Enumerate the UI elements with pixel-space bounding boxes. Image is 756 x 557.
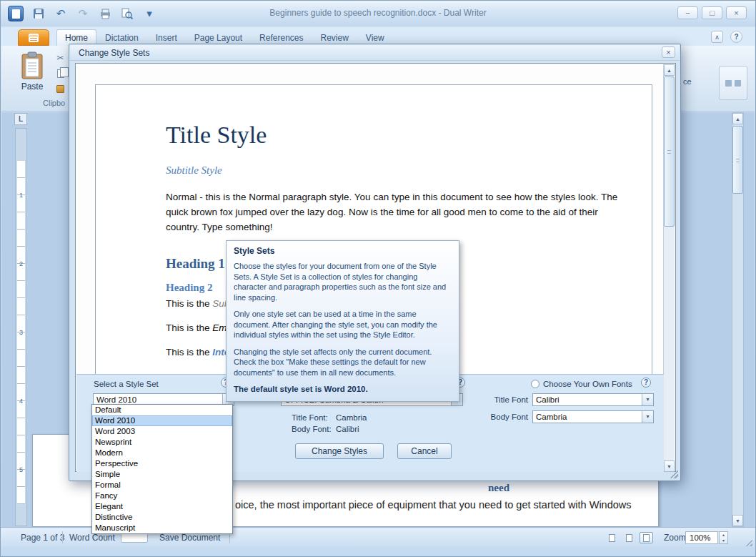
own-title-font-label: Title Font: [477, 395, 528, 404]
cancel-button[interactable]: Cancel: [397, 443, 452, 459]
own-body-font-label: Body Font: [477, 413, 528, 421]
paste-icon: [20, 51, 44, 80]
zoom-value[interactable]: 100%: [685, 531, 718, 544]
ruler-number: 3: [16, 298, 26, 367]
font-set-title-font-value: Cambria: [336, 413, 367, 422]
own-fonts-help-button[interactable]: ?: [641, 378, 651, 388]
style-set-option[interactable]: Modern: [92, 448, 232, 458]
window-controls: − □ ×: [677, 6, 747, 19]
print-preview-button[interactable]: [120, 6, 134, 21]
paste-button[interactable]: Paste: [13, 49, 51, 100]
zoom-label: Zoom: [664, 533, 686, 543]
save-button[interactable]: [31, 6, 46, 21]
style-set-option[interactable]: Default: [92, 405, 232, 415]
clipboard-small-buttons: ✂: [54, 51, 66, 95]
quick-access-toolbar: ↶ ↷ ▾: [8, 5, 156, 22]
clipboard-group-label: Clipbo: [43, 99, 65, 107]
window-titlebar[interactable]: ↶ ↷ ▾ Beginners guide to speech recognit…: [1, 1, 755, 26]
paste-label: Paste: [21, 82, 44, 92]
file-menu-button[interactable]: [18, 29, 49, 46]
style-set-section-label: Select a Style Set: [94, 380, 159, 388]
copy-icon: [57, 69, 64, 78]
help-icon[interactable]: ?: [730, 31, 742, 43]
page-indicator[interactable]: Page 1 of 3: [21, 533, 64, 543]
ruler-number: 5: [16, 435, 26, 504]
preview-title-style: Title Style: [166, 121, 626, 149]
close-button[interactable]: ×: [726, 6, 747, 19]
style-set-option[interactable]: Word 2010: [92, 415, 232, 426]
own-fonts-radio[interactable]: [531, 380, 539, 388]
zoom-up-icon: ▴: [722, 533, 725, 537]
scroll-down-icon[interactable]: ▼: [664, 460, 675, 472]
style-set-option[interactable]: Formal: [92, 480, 232, 491]
view-mode-web-button[interactable]: [622, 532, 636, 543]
change-styles-button[interactable]: Change Styles: [295, 443, 384, 459]
print-button[interactable]: [98, 6, 112, 21]
style-set-option[interactable]: Distinctive: [92, 512, 232, 523]
ribbon-group-fragment: ce: [683, 77, 692, 86]
cut-icon: ✂: [56, 53, 64, 63]
save-document-button[interactable]: Save Document: [159, 533, 220, 543]
chevron-down-icon[interactable]: ▾: [642, 394, 653, 405]
zoom-spinner[interactable]: ▴ ▾: [719, 531, 728, 544]
print-icon: [99, 9, 111, 19]
dialog-close-button[interactable]: ×: [662, 46, 675, 58]
file-icon: [29, 34, 39, 42]
style-set-option[interactable]: Newsprint: [92, 437, 232, 448]
style-set-option[interactable]: Word 2003: [92, 426, 232, 437]
view-mode-draft-button[interactable]: [605, 532, 619, 543]
own-fonts-radio-label: Choose Your Own Fonts: [543, 380, 632, 388]
own-title-font-combobox[interactable]: Calibri ▾: [532, 393, 654, 406]
style-set-value: Word 2010: [96, 395, 221, 404]
preview-normal-paragraph: Normal - this is the Normal paragraph st…: [166, 189, 626, 235]
style-set-option[interactable]: Elegant: [92, 501, 232, 512]
web-view-icon: [626, 534, 632, 542]
scrollbar-thumb[interactable]: [732, 126, 743, 194]
print-layout-icon: [643, 534, 650, 542]
scroll-up-icon[interactable]: ▲: [664, 64, 675, 76]
tooltip-title: Style Sets: [234, 246, 452, 256]
own-title-font-value: Calibri: [536, 395, 640, 404]
copy-button[interactable]: [54, 67, 66, 79]
cut-button[interactable]: ✂: [54, 51, 66, 64]
statusbar-divider: [62, 531, 63, 543]
minimize-button[interactable]: −: [677, 6, 698, 19]
maximize-button[interactable]: □: [702, 6, 722, 19]
tooltip-paragraph: Only one style set can be used at a time…: [234, 309, 452, 340]
style-set-option[interactable]: Simple: [92, 469, 232, 480]
tooltip-default-note: The default style set is Word 2010.: [234, 384, 452, 395]
dialog-titlebar[interactable]: Change Style Sets: [70, 45, 680, 61]
scrollbar-thumb[interactable]: [664, 77, 675, 227]
style-set-option[interactable]: Perspective: [92, 458, 232, 469]
format-painter-button[interactable]: [54, 83, 66, 95]
ribbon-tools: ∧ ?: [711, 31, 742, 43]
style-sets-tooltip: Style Sets Choose the styles for your do…: [226, 240, 459, 402]
font-set-body-font-value: Calibri: [336, 425, 359, 433]
document-heading-fragment: need: [488, 482, 509, 494]
dialog-scrollbar[interactable]: ▲ ▼: [663, 64, 675, 472]
vertical-ruler[interactable]: 12345: [15, 128, 27, 526]
word-count-button[interactable]: Word Count: [69, 533, 115, 543]
view-mode-print-layout-button[interactable]: [640, 532, 653, 543]
redo-button[interactable]: ↷: [76, 6, 90, 21]
window-title: Beginners guide to speech recognition.do…: [144, 8, 612, 18]
preview-subtitle-style: Subtitle Style: [166, 164, 626, 177]
document-scrollbar[interactable]: ▲ ▼: [732, 112, 744, 527]
chevron-down-icon[interactable]: ▾: [642, 411, 653, 423]
scroll-down-icon[interactable]: ▼: [732, 515, 743, 526]
scroll-up-icon[interactable]: ▲: [732, 113, 743, 124]
own-body-font-value: Cambria: [536, 413, 640, 421]
window-resize-grip[interactable]: [744, 538, 752, 546]
minimize-ribbon-icon[interactable]: ∧: [711, 31, 723, 43]
undo-icon: ↶: [56, 7, 66, 20]
style-set-option[interactable]: Manuscript: [92, 523, 232, 533]
tab-stop-selector[interactable]: L: [14, 113, 27, 125]
application-window: ↶ ↷ ▾ Beginners guide to speech recognit…: [0, 0, 756, 557]
font-set-title-font-label: Title Font:: [292, 413, 328, 422]
tooltip-paragraph: Choose the styles for your document from…: [234, 261, 452, 302]
undo-button[interactable]: ↶: [54, 6, 68, 21]
draft-view-icon: [609, 534, 615, 542]
own-body-font-combobox[interactable]: Cambria ▾: [532, 410, 654, 423]
style-set-option[interactable]: Fancy: [92, 491, 232, 501]
app-icon[interactable]: [8, 6, 24, 21]
